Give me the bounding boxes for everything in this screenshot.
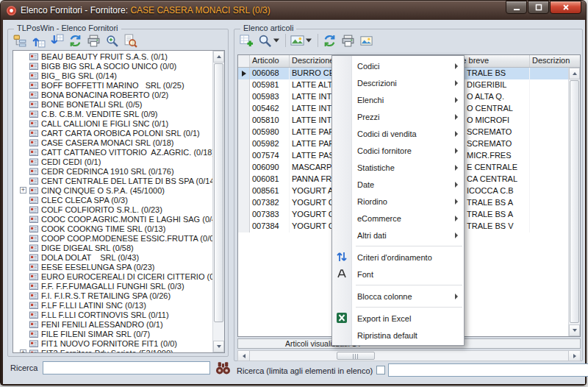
refresh-button[interactable]	[321, 32, 338, 49]
supplier-row[interactable]: COOP COOP.MODENESE ESSIC.FRUTTA (0/0)	[13, 233, 212, 243]
supplier-row[interactable]: BOFF BOFFETTI MARINO SRL (0/25)	[13, 80, 212, 90]
supplier-row[interactable]: BEAU BEAUTY FRUIT S.A.S. (0/1)	[13, 52, 212, 61]
menu-item-descrizioni[interactable]: Descrizioni	[332, 74, 464, 91]
supplier-row[interactable]: CEDR CEDRINCA 1910 SRL (0/176)	[13, 166, 212, 176]
menu-item-ripristina-default[interactable]: Ripristina default	[332, 327, 464, 344]
suppliers-scrollbar[interactable]	[212, 51, 224, 352]
supplier-row[interactable]: EURO EUROCEREALI DI CICERI CITTERIO (0/0…	[13, 271, 212, 281]
supplier-row[interactable]: DIGE DIGEAL SRL (0/58)	[13, 243, 212, 252]
column-header-descrizion[interactable]: Descrizion	[530, 55, 580, 67]
refresh-icon	[68, 34, 82, 48]
menu-item-altri-dati[interactable]: Altri dati	[332, 227, 464, 244]
scroll-left-icon[interactable]	[238, 351, 250, 361]
supplier-row[interactable]: CENT CENTRALE DEL LATTE DI BS SPA (0/14)	[13, 176, 212, 185]
close-button[interactable]	[550, 1, 581, 14]
print-button[interactable]	[85, 32, 102, 49]
supplier-row[interactable]: COLF COLFIORITO S.R.L. (0/23)	[13, 205, 212, 214]
scroll-up-icon[interactable]	[213, 51, 224, 63]
supplier-row[interactable]: FIT1 NUOVO FORNITORE FIT1 (0/0)	[13, 338, 212, 348]
scrollbar-thumb[interactable]	[570, 80, 579, 323]
supplier-row[interactable]: COOK COOKNG TIME SRL (0/13)	[13, 224, 212, 233]
menu-item-codici-fornitore[interactable]: Codici fornitore	[332, 142, 464, 159]
refresh-button[interactable]	[67, 32, 84, 49]
supplier-search-input[interactable]	[43, 361, 210, 374]
menu-item-codici[interactable]: Codici	[332, 57, 464, 74]
menu-item-blocca-colonne[interactable]: Blocca colonne	[332, 288, 464, 305]
arrow-down-button[interactable]	[49, 32, 65, 49]
add-article-button[interactable]	[238, 32, 255, 49]
supplier-row[interactable]: CLEC CLECA SPA (0/3)	[13, 195, 212, 205]
supplier-row[interactable]: COOC COOP.AGRIC.MONTI E LAGHI SAG (0/4)	[13, 214, 212, 224]
print-button[interactable]	[340, 32, 356, 49]
supplier-row[interactable]: CASE CASERA MONACI SRL (0/18)	[13, 138, 212, 147]
menu-item-export-in-excel[interactable]: Export in Excel	[332, 310, 464, 327]
arrow-up-button[interactable]	[30, 32, 47, 49]
supplier-row[interactable]: F.LF F.LLI LATINI SNC (0/13)	[13, 300, 212, 310]
supplier-row[interactable]: EESE EESELUNGA SPA (0/23)	[13, 262, 212, 271]
search-plus-button[interactable]	[104, 32, 121, 49]
supplier-row[interactable]: +CINQ CINQUE O S.P.A. (45/1000)	[13, 185, 212, 195]
column-header-articolo[interactable]: Articolo	[250, 55, 290, 67]
menu-item-codici-di-vendita[interactable]: Codici di vendita	[332, 125, 464, 142]
menu-item-font[interactable]: Font	[332, 266, 464, 283]
menu-item-prezzi[interactable]: Prezzi	[332, 108, 464, 125]
supplier-row[interactable]: FENI FENILI ALESSANDRO (0/1)	[13, 319, 212, 329]
limit-search-checkbox[interactable]	[376, 366, 385, 374]
menu-item-criteri-d-ordinamento[interactable]: Criteri d'ordinamento	[332, 249, 464, 266]
image-preview-button[interactable]	[289, 32, 313, 49]
supplier-search-button[interactable]	[215, 361, 232, 375]
app-icon	[6, 5, 17, 16]
supplier-row[interactable]: DOLA DOLAT SRL (0/43)	[13, 252, 212, 262]
scroll-right-icon[interactable]	[568, 351, 580, 361]
grid-hscrollbar[interactable]	[237, 350, 581, 361]
cell-descrizione-4	[530, 162, 568, 174]
expand-icon[interactable]: +	[20, 349, 26, 352]
supplier-row[interactable]: C.B. C.B.M. VENDITE SRL (0/9)	[13, 109, 212, 118]
scroll-down-icon[interactable]	[569, 324, 580, 336]
supplier-row[interactable]: FILE FILENI SIMAR SRL (0/7)	[13, 329, 212, 338]
menu-item-label: Codici	[357, 62, 380, 71]
supplier-row[interactable]: BONA BONACINA ROBERTO (0/2)	[13, 90, 212, 99]
supplier-row[interactable]: F.I. F.I.R.S.T RETAILING SPA (0/26)	[13, 291, 212, 300]
menu-item-date[interactable]: Date	[332, 176, 464, 193]
grid-vscrollbar[interactable]	[568, 68, 580, 336]
suppliers-listbox: BEAU BEAUTY FRUIT S.A.S. (0/1)BIGB BIG S…	[12, 50, 225, 353]
supplier-row[interactable]: CATT CATTANEO VITTORIO AZ.AGRIC. (0/18)	[13, 147, 212, 157]
tree-view-button[interactable]	[12, 32, 29, 49]
supplier-row[interactable]: F.LL F.LLI CORTINOVIS SRL (0/11)	[13, 310, 212, 319]
supplier-row[interactable]: BONE BONETALI SRL (0/5)	[13, 99, 212, 109]
menu-item-label: Descrizioni	[357, 79, 397, 88]
cell-descrizione-4	[530, 174, 568, 185]
minimize-button[interactable]	[506, 1, 527, 14]
scrollbar-thumb[interactable]	[337, 352, 375, 360]
supplier-label: BIGB BIG SRL A SOCIO UNICO (0/0)	[41, 62, 176, 71]
search-button[interactable]	[257, 32, 281, 49]
scroll-down-icon[interactable]	[213, 341, 224, 352]
menu-item-elenchi[interactable]: Elenchi	[332, 91, 464, 108]
menu-item-ecommerce[interactable]: eCommerce	[332, 210, 464, 227]
tree-indent	[20, 139, 29, 146]
supplier-row[interactable]: CALL CALLIONI E FIGLI SNC (0/1)	[13, 118, 212, 128]
supplier-row[interactable]: F.F. F.F.FUMAGALLI FUNGHI SRL (0/3)	[13, 281, 212, 291]
supplier-row[interactable]: BIGB BIG SRL A SOCIO UNICO (0/0)	[13, 61, 212, 71]
maximize-button[interactable]	[528, 1, 549, 14]
supplier-row[interactable]: BIG_ BIG SRL (0/14)	[13, 71, 212, 80]
cell-articolo: 006090	[250, 162, 290, 174]
supplier-icon	[29, 100, 38, 109]
scrollbar-thumb[interactable]	[214, 63, 223, 322]
scroll-up-icon[interactable]	[569, 68, 580, 79]
supplier-row[interactable]: +FIT2 Fornitore Pdv Seriate (52/1000)	[13, 348, 212, 352]
row-selector	[238, 79, 250, 91]
photo-button[interactable]	[358, 32, 375, 49]
submenu-arrow-icon	[455, 165, 458, 171]
supplier-row[interactable]: CART CARTA OROBICA POLONI SRL (0/1)	[13, 128, 212, 138]
lookup-button[interactable]	[122, 32, 139, 49]
article-search-input[interactable]	[388, 363, 588, 377]
supplier-label: EESE EESELUNGA SPA (0/23)	[41, 263, 154, 271]
menu-item-statistiche[interactable]: Statistiche	[332, 159, 464, 176]
window-title-highlight: CASE CASERA MONACI SRL (0/3)	[130, 5, 270, 15]
expand-icon[interactable]: +	[20, 187, 26, 194]
supplier-icon	[29, 244, 38, 252]
menu-item-riordino[interactable]: Riordino	[332, 193, 464, 210]
supplier-row[interactable]: CEDI CEDI (0/1)	[13, 157, 212, 166]
